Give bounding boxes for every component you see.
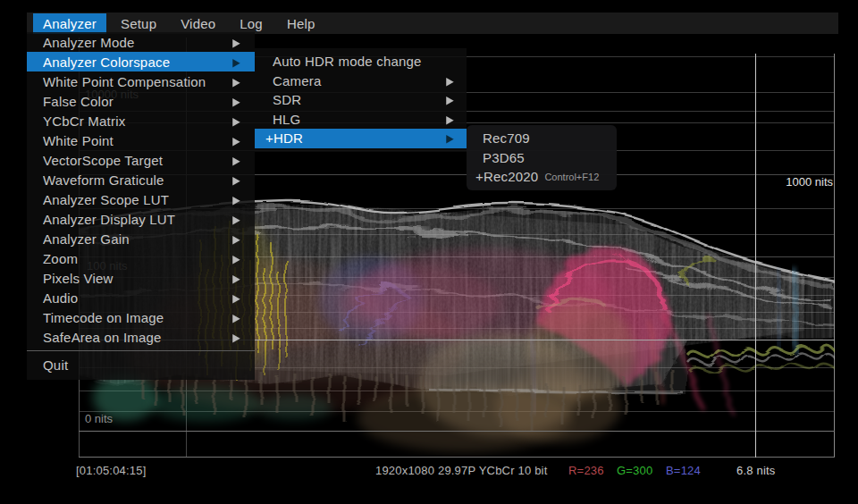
submenu-arrow-icon: ▶	[232, 114, 240, 128]
menu-item-timecode-on-image[interactable]: Timecode on Image ▶	[27, 307, 255, 327]
menu-item-pixels-view[interactable]: Pixels View ▶	[27, 268, 255, 288]
menu-item-waveform-graticule[interactable]: Waveform Graticule ▶	[27, 170, 255, 189]
submenu-arrow-icon: ▶	[446, 113, 454, 126]
menu-item-rec709[interactable]: Rec709	[467, 129, 617, 148]
menubar-item-help[interactable]: Help	[277, 13, 325, 34]
menu-item-analyzer-gain[interactable]: Analyzer Gain ▶	[27, 229, 255, 248]
menu-item-ycbcr-matrix[interactable]: YCbCr Matrix ▶	[27, 111, 255, 130]
submenu-arrow-icon: ▶	[232, 173, 240, 187]
menu-item-analyzer-mode[interactable]: Analyzer Mode ▶	[27, 32, 255, 52]
menu-item-audio[interactable]: Audio ▶	[27, 288, 255, 307]
clip-level-label: 1000 nits	[761, 175, 833, 189]
menu-item-analyzer-display-lut[interactable]: Analyzer Display LUT ▶	[27, 209, 255, 229]
blue-value-display: B=124	[666, 464, 701, 477]
menu-item-camera[interactable]: Camera ▶	[255, 71, 467, 91]
submenu-arrow-icon: ▶	[232, 36, 240, 49]
green-value-display: G=300	[617, 464, 652, 477]
menubar-item-log[interactable]: Log	[230, 13, 273, 34]
menu-item-sdr[interactable]: SDR ▶	[255, 90, 467, 110]
menu-item-hlg[interactable]: HLG ▶	[255, 110, 467, 130]
menu-item-zoom[interactable]: Zoom ▶	[27, 248, 255, 268]
red-value-display: R=236	[568, 464, 604, 477]
menubar-item-video[interactable]: Video	[171, 13, 225, 34]
menu-item-safearea-on-image[interactable]: SafeArea on Image ▶	[27, 327, 255, 347]
submenu-arrow-icon: ▶	[446, 131, 454, 145]
menu-item-p3d65[interactable]: P3D65	[467, 148, 617, 168]
submenu-arrow-icon: ▶	[232, 55, 240, 69]
scale-label-0-nits: 0 nits	[85, 412, 113, 425]
menu-item-analyzer-scope-lut[interactable]: Analyzer Scope LUT ▶	[27, 189, 255, 209]
submenu-arrow-icon: ▶	[232, 331, 240, 344]
menu-item-false-color[interactable]: False Color ▶	[27, 91, 255, 111]
menu-item-white-point-compensation[interactable]: White Point Compensation ▶	[27, 71, 255, 91]
menu-separator	[27, 350, 255, 351]
submenu-arrow-icon: ▶	[232, 75, 240, 88]
colorspace-submenu: Auto HDR mode change Camera ▶ SDR ▶ HLG …	[255, 48, 467, 152]
submenu-arrow-icon: ▶	[232, 134, 240, 147]
analyzer-menu: Analyzer Mode ▶ Analyzer Colorspace ▶ Wh…	[27, 32, 255, 380]
hdr-colorspace-submenu: Rec709 P3D65 +Rec2020 Control+F12	[467, 125, 617, 190]
submenu-arrow-icon: ▶	[446, 74, 454, 88]
shortcut-label: Control+F12	[544, 172, 599, 182]
submenu-arrow-icon: ▶	[232, 272, 240, 285]
submenu-arrow-icon: ▶	[232, 95, 240, 108]
submenu-arrow-icon: ▶	[232, 213, 240, 226]
submenu-arrow-icon: ▶	[232, 193, 240, 206]
video-format-display: 1920x1080 29.97P YCbCr 10 bit	[375, 464, 548, 477]
submenu-arrow-icon: ▶	[232, 252, 240, 265]
menubar-item-setup[interactable]: Setup	[111, 13, 166, 34]
nits-value-display: 6.8 nits	[736, 464, 776, 477]
menu-item-quit[interactable]: Quit	[27, 355, 255, 374]
menubar-item-analyzer[interactable]: Analyzer	[33, 13, 106, 34]
menubar: Analyzer Setup Video Log Help	[27, 13, 838, 34]
submenu-arrow-icon: ▶	[232, 232, 240, 246]
menu-item-hdr[interactable]: +HDR ▶	[255, 129, 467, 148]
timecode-display: [01:05:04:15]	[76, 464, 147, 477]
menu-item-vectorscope-target[interactable]: VectorScope Target ▶	[27, 150, 255, 170]
submenu-arrow-icon: ▶	[232, 291, 240, 305]
submenu-arrow-icon: ▶	[232, 154, 240, 167]
menu-item-white-point[interactable]: White Point ▶	[27, 130, 255, 150]
submenu-arrow-icon: ▶	[232, 311, 240, 324]
menu-item-analyzer-colorspace[interactable]: Analyzer Colorspace ▶	[27, 52, 255, 71]
submenu-arrow-icon: ▶	[446, 93, 454, 106]
menu-item-rec2020[interactable]: +Rec2020 Control+F12	[467, 167, 617, 187]
menu-item-auto-hdr-mode-change[interactable]: Auto HDR mode change	[255, 52, 467, 71]
